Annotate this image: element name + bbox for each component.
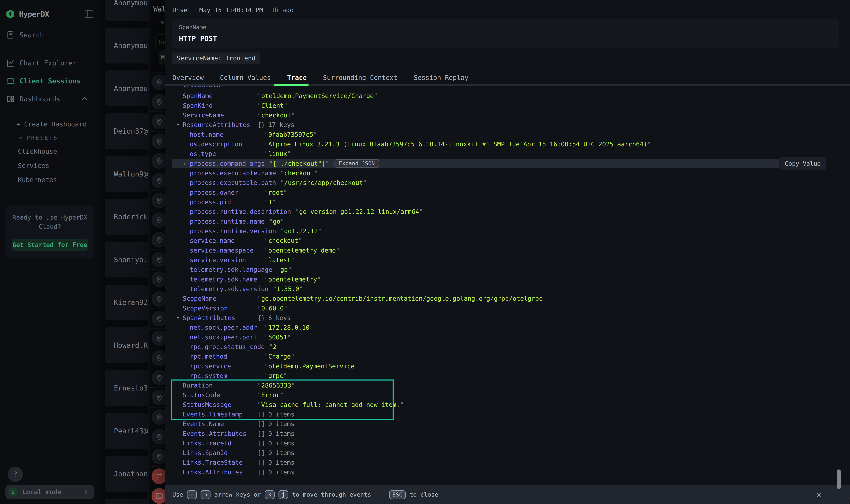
session-list-item[interactable]: Walton9@ho (105, 156, 148, 192)
help-button[interactable]: ? (8, 467, 23, 482)
trace-attribute-row[interactable]: Events.Attributes[]0 items (172, 429, 841, 438)
session-event-row[interactable] (149, 170, 165, 190)
sidebar-item-search[interactable]: Search (0, 26, 100, 44)
collapsed-toggle-icon[interactable]: ▸ (184, 161, 190, 166)
trace-attribute-row[interactable]: Links.Attributes[]0 items (172, 467, 841, 477)
trace-attribute-row[interactable]: host.name"0faab73597c5" (172, 130, 841, 139)
k-key[interactable]: k (265, 490, 275, 499)
sidebar-item-client-sessions[interactable]: Client Sessions (0, 72, 100, 90)
session-event-row[interactable] (149, 190, 165, 210)
service-name-tag[interactable]: ServiceName: frontend (172, 53, 260, 64)
trace-attribute-row[interactable]: process.runtime.version"go1.22.12" (172, 226, 841, 236)
close-icon[interactable]: ✕ (817, 490, 821, 499)
trace-scrollbar-thumb[interactable] (837, 469, 841, 489)
sidebar-item-clickhouse[interactable]: Clickhouse (0, 144, 100, 159)
trace-attribute-row[interactable]: service.namespace"opentelemetry-demo" (172, 246, 841, 255)
trace-attribute-row[interactable]: service.version"latest" (172, 255, 841, 265)
sidebar-item-dashboards[interactable]: Dashboards (0, 90, 100, 108)
session-list-item[interactable]: Kieran92@h (105, 285, 148, 320)
trace-attribute-row[interactable]: telemetry.sdk.name"opentelemetry" (172, 274, 841, 284)
trace-attribute-row[interactable]: process.runtime.name"go" (172, 217, 841, 226)
arrow-right-key[interactable]: → (201, 490, 211, 499)
trace-attribute-row[interactable]: net.sock.peer.addr"172.28.0.10" (172, 323, 841, 332)
session-event-row[interactable] (149, 407, 165, 427)
trace-attribute-row[interactable]: rpc.system"grpc" (172, 371, 841, 380)
session-list-item[interactable]: Howard.Run (105, 327, 148, 363)
chevron-up-icon[interactable] (80, 95, 88, 103)
tab-session-replay[interactable]: Session Replay (414, 74, 468, 82)
trace-attribute-row[interactable]: Events.Timestamp[]0 items (172, 410, 392, 419)
session-event-row[interactable] (149, 72, 165, 92)
trace-attribute-row[interactable]: Links.SpanId[]0 items (172, 448, 841, 457)
trace-attribute-row[interactable]: ▸process.command_args"["./checkout"]"Exp… (172, 159, 783, 168)
session-list-item[interactable]: Anonymous (105, 28, 148, 64)
trace-attribute-row[interactable]: ServiceName"checkout" (172, 110, 841, 120)
sidebar-item-services[interactable]: Services (0, 159, 100, 173)
presets-header[interactable]: PRESETS (0, 128, 100, 141)
trace-attribute-row[interactable]: ScopeVersion"0.60.0" (172, 303, 841, 313)
trace-attribute-row[interactable]: Events.Name[]0 items (172, 419, 841, 429)
esc-key[interactable]: ESC (389, 490, 406, 499)
tab-surrounding-context[interactable]: Surrounding Context (323, 74, 397, 82)
trace-attribute-row[interactable]: service.name"checkout" (172, 236, 841, 245)
session-event-row[interactable] (149, 447, 165, 466)
trace-attribute-row[interactable]: TraceState (172, 86, 841, 91)
trace-attribute-row[interactable]: SpanName"oteldemo.PaymentService/Charge" (172, 91, 841, 101)
sidebar-item-chart-explorer[interactable]: Chart Explorer (0, 54, 100, 72)
copy-value-button[interactable]: Copy Value (779, 157, 826, 170)
session-event-row[interactable] (149, 328, 165, 348)
create-dashboard-button[interactable]: + Create Dashboard (0, 113, 100, 128)
get-started-button[interactable]: Get Started for Free (12, 239, 88, 251)
session-list-item[interactable]: Ernesto33@ (105, 370, 148, 406)
session-event-row[interactable] (149, 367, 165, 387)
session-event-row[interactable] (149, 249, 165, 269)
sidebar-collapse-icon[interactable] (85, 10, 93, 18)
session-event-row[interactable] (149, 111, 165, 131)
tab-column-values[interactable]: Column Values (220, 74, 271, 82)
session-event-row[interactable] (149, 151, 165, 170)
session-list-item[interactable]: Anonymous (105, 0, 148, 21)
trace-attribute-row[interactable]: process.pid"1" (172, 197, 841, 207)
trace-attribute-row[interactable]: Duration"28656333" (172, 380, 392, 390)
expand-json-button[interactable]: Expand JSON (334, 159, 379, 167)
session-event-row[interactable] (149, 210, 165, 230)
session-event-row[interactable] (149, 348, 165, 367)
session-event-row[interactable] (149, 427, 165, 447)
expanded-toggle-icon[interactable]: ▾ (177, 315, 183, 320)
arrow-left-key[interactable]: ← (187, 490, 197, 499)
trace-attribute-row[interactable]: process.owner"root" (172, 188, 841, 197)
j-key[interactable]: j (278, 490, 288, 499)
trace-attribute-row[interactable]: telemetry.sdk.version"1.35.0" (172, 284, 841, 294)
expanded-toggle-icon[interactable]: ▾ (177, 122, 183, 127)
session-event-row[interactable] (149, 230, 165, 249)
trace-attribute-row[interactable]: ▾SpanAttributes{}6 keys (172, 313, 841, 323)
trace-attribute-row[interactable]: Links.TraceState[]0 items (172, 457, 841, 467)
tab-trace[interactable]: Trace (287, 74, 307, 82)
trace-attribute-row[interactable]: Links.TraceId[]0 items (172, 438, 841, 448)
trace-attribute-row[interactable]: StatusCode"Error" (172, 390, 392, 400)
trace-attribute-row[interactable]: process.executable.path"/usr/src/app/che… (172, 178, 841, 187)
trace-attribute-row[interactable]: process.runtime.description"go version g… (172, 207, 841, 216)
session-event-row[interactable] (149, 131, 165, 151)
session-event-row[interactable] (149, 466, 165, 486)
session-event-row[interactable] (149, 486, 165, 504)
trace-attribute-row[interactable]: StatusMessage"Visa cache full: cannot ad… (172, 400, 392, 410)
trace-attribute-row[interactable]: telemetry.sdk.language"go" (172, 265, 841, 274)
session-event-row[interactable] (149, 269, 165, 289)
session-list-item[interactable]: Roderick_S (105, 199, 148, 235)
session-list-item[interactable]: Jonathan.B (105, 456, 148, 492)
session-list-item[interactable]: Pearl43@ho (105, 413, 148, 449)
session-search-input[interactable]: Sea (155, 34, 165, 49)
trace-attribute-row[interactable]: rpc.grpc.status_code"2" (172, 342, 841, 352)
trace-attribute-row[interactable]: rpc.method"Charge" (172, 352, 841, 361)
local-mode-menu[interactable]: U Local mode (5, 485, 94, 499)
session-list-item[interactable]: Dolly.Lubo (105, 499, 148, 504)
session-list-item[interactable]: Shaniya.Sc (105, 242, 148, 277)
tab-overview[interactable]: Overview (172, 74, 204, 82)
session-list-item[interactable]: Deion37@gm (105, 113, 148, 149)
trace-attribute-row[interactable]: ▾ResourceAttributes{}17 keys (172, 120, 841, 130)
trace-attribute-row[interactable]: SpanKind"Client" (172, 101, 841, 110)
trace-attribute-row[interactable]: rpc.service"oteldemo.PaymentService" (172, 361, 841, 371)
trace-attribute-row[interactable]: os.description"Alpine Linux 3.21.3 (Linu… (172, 139, 841, 149)
session-event-row[interactable] (149, 289, 165, 308)
